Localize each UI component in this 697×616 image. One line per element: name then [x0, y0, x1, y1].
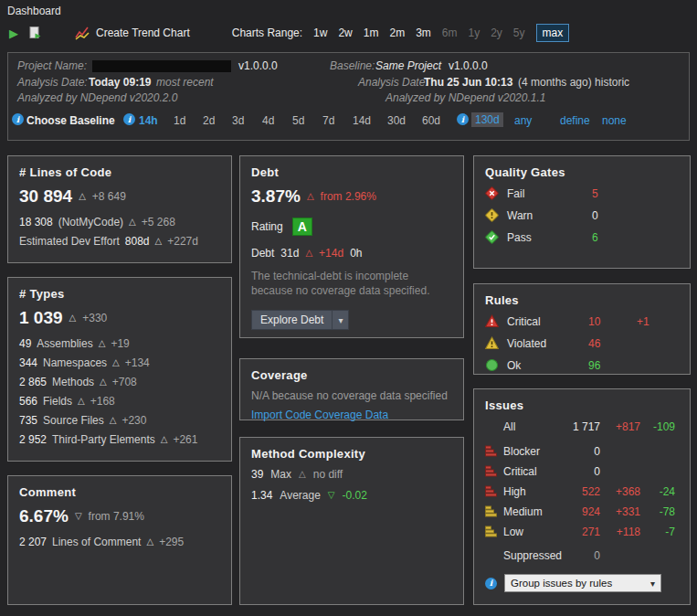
- row-diff: +168: [90, 395, 115, 408]
- dev-effort-row: Estimated Dev Effort 808d +227d: [19, 235, 220, 248]
- row-label: Fields: [43, 395, 72, 408]
- notmycode-label: (NotMyCode): [58, 216, 123, 228]
- create-trend-chart-button[interactable]: Create Trend Chart: [75, 26, 190, 40]
- range-2y[interactable]: 2y: [491, 27, 502, 39]
- debt-value: 3.87%: [251, 186, 301, 207]
- project-name-label: Project Name:: [17, 59, 87, 72]
- issues-added: +817: [600, 420, 640, 433]
- baseline-option-2d[interactable]: 2d: [203, 114, 215, 127]
- decrease-good-icon: [328, 491, 335, 500]
- issues-removed: -109: [640, 420, 675, 433]
- group-issues-dropdown-value: Group issues by rules: [511, 578, 612, 589]
- blocker-severity-icon: [485, 445, 497, 457]
- baseline-option-5d[interactable]: 5d: [292, 114, 304, 127]
- row-label: Assemblies: [37, 337, 92, 350]
- baseline-option-4d[interactable]: 4d: [262, 114, 274, 127]
- explore-debt-button[interactable]: Explore Debt: [251, 310, 349, 330]
- baseline-date-note: (4 months ago) historic: [518, 76, 629, 89]
- baseline-option-60d[interactable]: 60d: [422, 114, 440, 127]
- range-5y[interactable]: 5y: [513, 27, 525, 39]
- quality-gates-panel: Quality Gates Fail 5 Warn 0 Pass 6: [473, 155, 691, 269]
- baseline-option-3d[interactable]: 3d: [232, 114, 244, 127]
- panel-title: Issues: [485, 398, 679, 412]
- notmycode-row: 18 308 (NotMyCode) +5 268: [19, 216, 220, 228]
- info-icon[interactable]: [12, 113, 24, 125]
- types-row: 735 Source Files +230: [19, 414, 220, 427]
- critical-warning-icon: [485, 314, 499, 328]
- avg-value: 1.34: [251, 489, 272, 502]
- comment-lines-row: 2 207 Lines of Comment +295: [19, 536, 220, 548]
- medium-severity-icon: [485, 505, 497, 517]
- baseline-option-14h[interactable]: 14h: [139, 114, 158, 127]
- types-row: 2 952 Third-Party Elements +261: [19, 433, 220, 446]
- critical-severity-icon: [485, 465, 497, 477]
- notmycode-value: 18 308: [19, 216, 53, 228]
- range-max-selected[interactable]: max: [536, 24, 570, 42]
- increase-icon: [161, 435, 168, 444]
- run-analysis-icon[interactable]: [9, 27, 18, 40]
- baseline-define-link[interactable]: define: [560, 114, 590, 127]
- chevron-down-icon: [650, 578, 655, 589]
- info-icon[interactable]: [123, 113, 135, 125]
- types-value: 1 039: [19, 308, 63, 328]
- row-label: Lines of Comment: [52, 536, 141, 548]
- comment-value: 6.67%: [19, 506, 69, 526]
- baseline-option-130d[interactable]: 130d: [471, 112, 503, 127]
- panel-title: # Types: [19, 287, 220, 301]
- gate-value: 5: [592, 187, 619, 200]
- rules-ok-row: Ok 96: [485, 358, 679, 372]
- group-issues-dropdown[interactable]: Group issues by rules: [504, 574, 661, 592]
- range-6m[interactable]: 6m: [442, 27, 458, 39]
- range-1m[interactable]: 1m: [364, 27, 379, 39]
- issues-panel: Issues All 1 717 +817 -109 Blocker 0 Cri…: [473, 388, 691, 605]
- issues-low-row: Low 271 +118 -7: [485, 525, 679, 538]
- row-value: 49: [19, 337, 31, 350]
- info-icon[interactable]: [457, 113, 469, 125]
- range-2m[interactable]: 2m: [389, 27, 405, 39]
- baseline-option-30d[interactable]: 30d: [387, 114, 406, 127]
- rating-a-badge: A: [292, 218, 312, 236]
- increase-icon: [100, 377, 107, 387]
- create-trend-chart-label: Create Trend Chart: [96, 27, 190, 39]
- effort-value: 808d: [125, 235, 150, 248]
- baseline-option-14d[interactable]: 14d: [353, 114, 371, 127]
- baseline-version: v1.0.0.0: [449, 59, 488, 72]
- range-1y[interactable]: 1y: [468, 27, 480, 39]
- info-icon[interactable]: [485, 578, 497, 589]
- rule-value: 96: [588, 359, 637, 372]
- warn-diamond-icon: [485, 208, 499, 222]
- gate-value: 0: [592, 209, 619, 222]
- issues-value: 0: [564, 549, 600, 562]
- rating-row: Rating A: [251, 218, 452, 236]
- panel-title: Quality Gates: [485, 165, 679, 179]
- ok-circle-icon: [485, 358, 499, 372]
- baseline-option-7d[interactable]: 7d: [322, 114, 334, 127]
- project-summary-panel: Project Name: v1.0.0.0 Baseline: Same Pr…: [7, 52, 690, 141]
- issues-blocker-row: Blocker 0: [485, 444, 679, 458]
- notmycode-diff: +5 268: [142, 216, 175, 228]
- types-row: 344 Namespaces +134: [19, 356, 220, 369]
- group-issues-row: Group issues by rules: [485, 574, 679, 592]
- row-value: 344: [19, 356, 37, 369]
- increase-icon: [146, 537, 153, 547]
- increase-icon: [112, 358, 120, 367]
- import-coverage-link[interactable]: Import Code Coverage Data: [251, 409, 452, 421]
- export-report-icon[interactable]: [27, 26, 42, 40]
- panel-title: # Lines of Code: [19, 165, 220, 179]
- range-1w[interactable]: 1w: [313, 27, 327, 39]
- baseline-none-link[interactable]: none: [602, 114, 627, 127]
- row-label: Namespaces: [43, 356, 107, 369]
- range-3m[interactable]: 3m: [416, 27, 431, 39]
- fail-diamond-icon: [485, 186, 499, 200]
- report-page-icon: [27, 26, 42, 40]
- baseline-option-any[interactable]: any: [514, 114, 532, 127]
- baseline-option-1d[interactable]: 1d: [174, 114, 185, 127]
- issues-added: +118: [600, 526, 640, 538]
- row-value: 2 952: [19, 433, 47, 446]
- range-2w[interactable]: 2w: [338, 27, 352, 39]
- row-diff: +708: [112, 376, 137, 388]
- increase-icon: [78, 397, 85, 406]
- rating-label: Rating: [251, 220, 283, 233]
- issues-removed: -78: [640, 505, 675, 518]
- pass-diamond-icon: [485, 230, 499, 244]
